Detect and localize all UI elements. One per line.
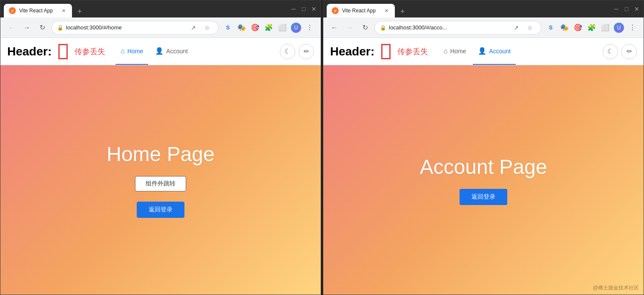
right-back-button[interactable]: ← [328,22,340,34]
right-url-actions: ↗ ☆ [510,22,536,34]
right-theme-toggle-button[interactable]: ☾ [603,44,618,59]
right-refresh-button[interactable]: ↻ [359,22,371,34]
left-tab-bar: ⚡ Vite React App ✕ + [4,0,287,17]
right-avatar-extension-icon[interactable]: 🎭 [558,22,570,34]
left-close-button[interactable]: ✕ [310,6,317,12]
left-more-button[interactable]: ⋮ [304,22,316,34]
left-new-tab-button[interactable]: + [74,6,86,17]
right-target-icon[interactable]: 🎯 [572,22,584,34]
right-tab-bar: ⚡ Vite React App ✕ + [327,0,610,17]
right-tab-title: Vite React App [342,8,380,14]
left-forward-button[interactable]: → [21,22,33,34]
left-target-icon[interactable]: 🎯 [249,22,261,34]
left-back-login-button[interactable]: 返回登录 [137,202,184,218]
right-back-login-button[interactable]: 返回登录 [460,189,507,205]
right-account-label: Account [489,48,511,55]
left-maximize-button[interactable]: □ [300,6,307,12]
left-header-prefix: Header: [7,45,52,58]
right-tab-favicon: ⚡ [332,7,339,14]
right-user-avatar-icon[interactable]: U [613,22,625,34]
right-browser-window: ⚡ Vite React App ✕ + ─ □ ✕ ← → ↻ 🔒 local… [323,0,644,295]
left-app-header: Header: 传参丢失 ⌂ Home 👤 Account ☾ ✏ [0,38,321,65]
left-tab-favicon: ⚡ [9,7,16,14]
right-address-bar: ← → ↻ 🔒 localhost:3000/#/acco... ↗ ☆ S 🎭… [323,17,644,38]
right-edit-button[interactable]: ✏ [621,44,637,59]
right-url-bar[interactable]: 🔒 localhost:3000/#/acco... ↗ ☆ [374,21,541,35]
left-window-controls: ─ □ ✕ [290,6,317,12]
left-address-bar: ← → ↻ 🔒 localhost:3000/#/home ↗ ☆ S 🎭 🎯 … [0,17,321,38]
right-header-prefix: Header: [330,45,374,58]
left-edit-button[interactable]: ✏ [299,44,314,59]
right-url-text: localhost:3000/#/acco... [389,24,508,31]
right-lock-icon: 🔒 [380,25,386,31]
right-puzzle-icon[interactable]: 🧩 [586,22,598,34]
right-nav-home[interactable]: ⌂ Home [438,38,471,65]
left-minimize-button[interactable]: ─ [290,6,297,12]
right-user-icon: 👤 [478,47,486,55]
right-minimize-button[interactable]: ─ [613,6,620,12]
left-header-param: 传参丢失 [75,46,105,57]
left-theme-toggle-button[interactable]: ☾ [280,44,295,59]
left-active-tab[interactable]: ⚡ Vite React App ✕ [4,4,72,17]
right-tab-close-button[interactable]: ✕ [383,7,390,14]
right-star-icon[interactable]: ☆ [524,22,536,34]
left-page-content: Home Page 组件外跳转 返回登录 [0,65,321,295]
right-toolbar-icons: S 🎭 🎯 🧩 ⬜ U ⋮ [545,22,638,34]
left-home-icon: ⌂ [121,47,125,55]
right-title-bar: ⚡ Vite React App ✕ + ─ □ ✕ [323,0,644,17]
left-home-label: Home [127,48,143,55]
right-box-icon[interactable]: ⬜ [599,22,611,34]
right-page-content: Account Page 返回登录 [323,65,644,295]
right-s-extension-icon[interactable]: S [545,22,557,34]
right-nav-account[interactable]: 👤 Account [473,38,516,65]
left-box-icon[interactable]: ⬜ [276,22,288,34]
right-close-button[interactable]: ✕ [633,6,640,12]
right-header-right-icons: ☾ ✏ [603,44,637,59]
left-browser-window: ⚡ Vite React App ✕ + ─ □ ✕ ← → ↻ 🔒 local… [0,0,321,295]
left-header-right-icons: ☾ ✏ [280,44,314,59]
right-active-tab[interactable]: ⚡ Vite React App ✕ [327,4,395,17]
right-forward-button[interactable]: → [344,22,356,34]
right-home-label: Home [450,48,466,55]
left-url-text: localhost:3000/#/home [66,24,185,31]
right-maximize-button[interactable]: □ [623,6,630,12]
left-account-label: Account [166,48,188,55]
right-window-controls: ─ □ ✕ [613,6,640,12]
left-user-icon: 👤 [155,47,164,55]
left-header-red-box [58,44,68,59]
right-page-title: Account Page [420,155,547,179]
left-page-title: Home Page [106,142,214,166]
left-url-bar[interactable]: 🔒 localhost:3000/#/home ↗ ☆ [52,21,218,35]
right-header-param: 传参丢失 [397,46,428,57]
left-s-extension-icon[interactable]: S [222,22,234,34]
left-nav-home[interactable]: ⌂ Home [115,38,148,65]
right-app-header: Header: 传参丢失 ⌂ Home 👤 Account ☾ ✏ [323,38,644,65]
right-more-button[interactable]: ⋮ [627,22,638,34]
left-avatar-extension-icon[interactable]: 🎭 [236,22,247,34]
right-home-icon: ⌂ [443,47,448,55]
left-tab-close-button[interactable]: ✕ [60,7,67,14]
right-share-icon[interactable]: ↗ [510,22,522,34]
left-jump-button[interactable]: 组件外跳转 [135,176,186,191]
left-star-icon[interactable]: ☆ [201,22,213,34]
left-refresh-button[interactable]: ↻ [36,22,48,34]
right-nav-links: ⌂ Home 👤 Account [438,38,516,65]
right-new-tab-button[interactable]: + [397,6,408,17]
left-user-avatar-icon[interactable]: U [290,22,302,34]
left-title-bar: ⚡ Vite React App ✕ + ─ □ ✕ [0,0,321,17]
left-back-button[interactable]: ← [6,22,17,34]
left-puzzle-icon[interactable]: 🧩 [263,22,275,34]
left-toolbar-icons: S 🎭 🎯 🧩 ⬜ U ⋮ [222,22,316,34]
left-nav-account[interactable]: 👤 Account [150,38,193,65]
left-tab-title: Vite React App [19,8,57,14]
left-url-actions: ↗ ☆ [187,22,213,34]
left-lock-icon: 🔒 [57,25,63,31]
left-share-icon[interactable]: ↗ [187,22,199,34]
right-header-red-box [381,44,391,59]
left-nav-links: ⌂ Home 👤 Account [115,38,193,65]
